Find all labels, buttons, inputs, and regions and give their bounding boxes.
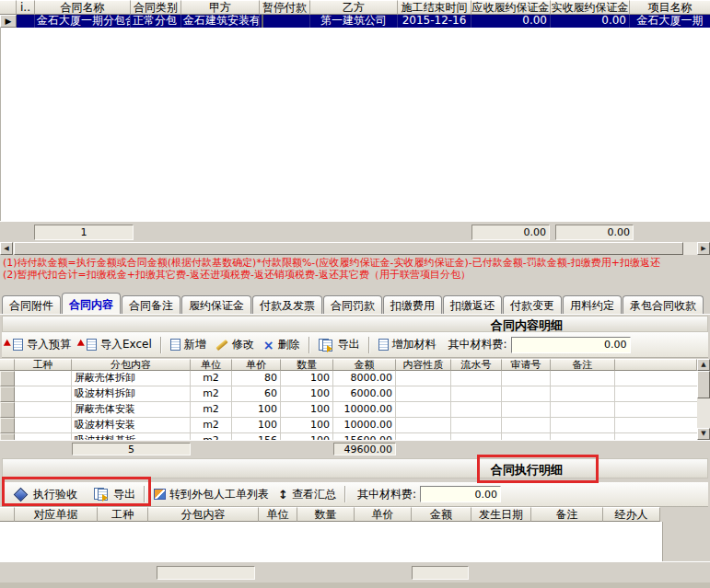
column-header-remark[interactable]: 备注: [551, 359, 615, 371]
column-header-quantity[interactable]: 数量: [281, 359, 333, 371]
pencil-icon: [215, 339, 228, 351]
content-grid-body: 屏蔽壳体拆卸 m2 80 100 8000.00 吸波材料拆卸 m2 60 10…: [0, 371, 710, 440]
column-header-contract-name[interactable]: 合同名称: [35, 0, 131, 15]
cell-end-date: 2015-12-16: [398, 15, 471, 28]
column-header-unit-price[interactable]: 单价: [232, 359, 281, 371]
column-header-work-type[interactable]: 工种: [98, 507, 148, 522]
column-header-filler: [615, 359, 697, 371]
add-button[interactable]: 新增: [166, 335, 211, 354]
content-amount-total-box: 49600.00: [333, 443, 396, 455]
import-budget-button[interactable]: 导入预算: [2, 335, 76, 354]
cell-project-name: 金石大厦一期: [630, 15, 710, 28]
tab-payment-changes[interactable]: 付款变更: [503, 295, 562, 314]
scroll-down-icon[interactable]: ▼: [697, 428, 710, 440]
material-fee-input[interactable]: [511, 337, 631, 353]
column-header-pause-payment[interactable]: 暂停付款: [260, 0, 310, 15]
tab-contract-attachments[interactable]: 合同附件: [2, 295, 61, 314]
exec-toolbar: 执行验收 导出 转到外包人工单列表 ↕ 查看汇总 其中材料费:: [2, 482, 708, 507]
row-marker-icon: ▶: [0, 15, 17, 28]
exec-material-fee-label: 其中材料费:: [357, 487, 416, 502]
contracts-grid-body[interactable]: [0, 28, 710, 221]
column-header-project-name[interactable]: 项目名称: [630, 0, 710, 15]
exec-grid-header: 对应单据 工种 分包内容 单位 数量 单价 金额 发生日期 备注 经办人: [0, 507, 710, 522]
column-header-received-deposit[interactable]: 实收履约保证金: [551, 0, 630, 15]
column-header-quantity[interactable]: 数量: [297, 507, 355, 522]
tab-contract-remarks[interactable]: 合同备注: [122, 295, 180, 314]
delete-button[interactable]: × 删除: [259, 335, 305, 354]
exec-material-fee-input[interactable]: [420, 486, 501, 502]
add-material-button[interactable]: 增加材料: [374, 335, 441, 354]
column-header-amount[interactable]: 金额: [412, 507, 471, 522]
tab-contract-content[interactable]: 合同内容: [62, 293, 121, 314]
table-row[interactable]: 屏蔽壳体拆卸 m2 80 100 8000.00: [0, 371, 710, 386]
toolbar-separator: [160, 337, 162, 353]
new-document-icon: [170, 339, 180, 351]
cell-party-b: 第一建筑公司: [310, 15, 398, 28]
table-row-partial[interactable]: 吸波材料基拆 m2 156 100 15600.00: [0, 433, 710, 440]
tab-withheld-fees[interactable]: 扣缴费用: [383, 295, 442, 314]
column-header-content-nature[interactable]: 内容性质: [396, 359, 451, 371]
column-header-party-b[interactable]: 乙方: [310, 0, 398, 15]
tab-withheld-returns[interactable]: 扣缴返还: [443, 295, 502, 314]
scroll-left-icon[interactable]: ◀: [0, 242, 13, 255]
column-header-operator[interactable]: 经办人: [603, 507, 660, 522]
content-grid-summary: 5 49600.00: [0, 440, 710, 457]
column-header-sub-content[interactable]: 分包内容: [148, 507, 259, 522]
content-grid-v-scrollbar[interactable]: ▲ ▼: [697, 359, 710, 440]
goto-labor-list-button[interactable]: 转到外包人工单列表: [149, 485, 274, 504]
exec-export-button[interactable]: 导出: [89, 485, 140, 504]
table-row[interactable]: 屏蔽壳体安装 m2 100 100 10000.00: [0, 402, 710, 418]
column-header-unit[interactable]: 单位: [259, 507, 297, 522]
view-summary-button[interactable]: ↕ 查看汇总: [274, 485, 341, 504]
export-icon: [319, 339, 334, 352]
column-header-unit-price[interactable]: 单价: [355, 507, 412, 522]
v-scrollbar-thumb[interactable]: [697, 371, 710, 398]
contract-row-selected[interactable]: ▶ 金石大厦一期分包合同 正常分包 金石建筑安装有限 第一建筑公司 2015-1…: [0, 15, 710, 28]
exec-grid-body[interactable]: [0, 522, 663, 561]
tab-payment-invoice[interactable]: 付款及发票: [252, 295, 322, 314]
cell-received-deposit: 0.00: [551, 15, 630, 28]
edit-button[interactable]: 修改: [211, 335, 259, 354]
column-header-date[interactable]: 发生日期: [471, 507, 531, 522]
cell-party-a: 金石建筑安装有限: [181, 15, 260, 28]
table-row[interactable]: 吸波材料安装 m2 100 100 10000.00: [0, 418, 710, 433]
contracts-h-scrollbar[interactable]: ◀ ▶: [0, 242, 710, 255]
tab-contract-receipts[interactable]: 承包合同收款: [623, 295, 704, 314]
column-header-amount[interactable]: 金额: [333, 359, 396, 371]
bottom-strip: [0, 582, 710, 588]
column-header-serial-no[interactable]: 流水号: [451, 359, 502, 371]
exec-amount-total-box: [412, 566, 469, 580]
pause-payment-checkbox[interactable]: [262, 15, 263, 28]
tab-performance-deposit[interactable]: 履约保证金: [181, 295, 251, 314]
scroll-right-icon[interactable]: ▶: [697, 242, 710, 255]
column-header-end-date[interactable]: 施工结束时间: [398, 0, 471, 15]
column-header-unit[interactable]: 单位: [191, 359, 232, 371]
delete-icon: ×: [263, 340, 274, 351]
tab-material-agreement[interactable]: 用料约定: [563, 295, 622, 314]
column-header-request-no[interactable]: 审请号: [502, 359, 551, 371]
column-header-id[interactable]: i..: [17, 0, 35, 15]
contracts-grid-summary: 1 0.00 0.00: [0, 221, 710, 243]
exec-grid-footer: [0, 561, 710, 583]
received-total-box: 0.00: [555, 225, 634, 240]
receivable-total-box: 0.00: [471, 225, 550, 240]
column-header-ref-doc[interactable]: 对应单据: [15, 507, 98, 522]
column-header-work-type[interactable]: 工种: [15, 359, 72, 371]
table-row[interactable]: 吸波材料拆卸 m2 60 100 6000.00: [0, 386, 710, 402]
column-header-contract-type[interactable]: 合同类别: [131, 0, 181, 15]
h-scrollbar-thumb[interactable]: [14, 242, 683, 255]
cell-contract-type: 正常分包: [131, 15, 181, 28]
note-line-1: (1)待付款金额=执行金额或合同金额(根据付款基数确定)*付款限额%-(应收履约…: [3, 257, 707, 269]
column-header-sub-content[interactable]: 分包内容: [72, 359, 191, 371]
export-button[interactable]: 导出: [314, 335, 365, 354]
column-header-party-a[interactable]: 甲方: [181, 0, 260, 15]
execute-acceptance-button[interactable]: 执行验收: [7, 485, 82, 504]
scroll-up-icon[interactable]: ▲: [697, 359, 710, 371]
import-excel-button[interactable]: 导入Excel: [76, 335, 157, 354]
exec-section-header: 合同执行明细: [2, 458, 708, 478]
tab-contract-penalty[interactable]: 合同罚款: [323, 295, 382, 314]
contracts-count-box: 1: [34, 225, 134, 240]
cell-pause-payment: [260, 15, 310, 28]
column-header-receivable-deposit[interactable]: 应收履约保证金: [471, 0, 551, 15]
column-header-remark[interactable]: 备注: [531, 507, 603, 522]
